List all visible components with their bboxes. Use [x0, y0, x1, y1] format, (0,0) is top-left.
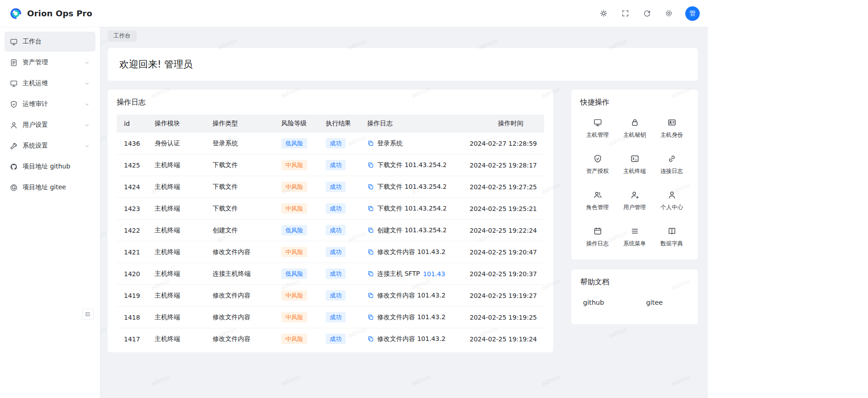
quick-action[interactable]: 主机秘钥 [617, 118, 652, 139]
chevron-down-icon [84, 81, 90, 86]
cell-type: 连接主机终端 [207, 263, 276, 285]
sidebar-collapse-button[interactable] [82, 309, 94, 320]
log-table-body: 1436身份认证登录系统低风险成功登录系统2024-02-27 12:28:59… [117, 133, 544, 350]
sidebar-item-host-ops[interactable]: 主机运维 [5, 73, 95, 93]
result-badge: 成功 [326, 269, 346, 279]
sidebar-item-system-settings[interactable]: 系统设置 [5, 136, 95, 156]
copy-icon[interactable] [367, 292, 374, 299]
quick-action[interactable]: 主机身份 [655, 118, 689, 139]
result-badge: 成功 [326, 290, 346, 301]
cell-id: 1424 [117, 176, 149, 198]
cell-time: 2024-02-25 19:20:37 [451, 263, 544, 285]
cell-time: 2024-02-25 19:19:25 [451, 307, 544, 328]
chevron-down-icon [84, 122, 90, 128]
risk-badge: 低风险 [281, 269, 307, 279]
log-text: 修改文件内容 101.43.254.243 ... [377, 248, 446, 256]
sidebar-item-label: 项目地址 gitee [23, 183, 66, 192]
doc-icon [10, 59, 18, 67]
cell-time: 2024-02-25 19:28:17 [451, 154, 544, 176]
copy-icon[interactable] [367, 227, 374, 234]
settings-button[interactable] [661, 6, 676, 21]
shield-icon [593, 154, 602, 163]
app-body: 工作台资产管理主机运维运维审计用户设置系统设置项目地址 github项目地址 g… [0, 27, 708, 398]
quick-action[interactable]: 用户管理 [617, 191, 652, 211]
columns: 操作日志 id操作模块操作类型风险等级执行结果操作日志操作时间 1436身份认证… [108, 90, 698, 352]
quick-action[interactable]: 主机管理 [580, 118, 615, 139]
tabs-bar: 工作台 [100, 27, 708, 44]
copy-icon[interactable] [367, 270, 374, 277]
result-badge: 成功 [326, 334, 346, 344]
cell-id: 1420 [117, 263, 149, 285]
copy-icon[interactable] [367, 249, 374, 255]
cell-module: 主机终端 [149, 176, 207, 198]
table-row: 1425主机终端下载文件中风险成功下载文件 101.43.254.243 /ro… [117, 154, 544, 176]
quick-action[interactable]: 角色管理 [580, 191, 615, 211]
quick-action[interactable]: 个人中心 [655, 191, 689, 211]
sidebar-item-label: 工作台 [23, 38, 42, 46]
log-text: 修改文件内容 101.43.254.243 ... [377, 335, 446, 343]
risk-badge: 中风险 [281, 312, 307, 322]
log-text: 下载文件 101.43.254.243 [377, 183, 446, 191]
cell-module: 主机终端 [149, 307, 207, 328]
sidebar-item-gitee[interactable]: 项目地址 gitee [5, 177, 95, 197]
quick-action[interactable]: 资产授权 [580, 154, 615, 175]
sidebar-item-label: 资产管理 [23, 58, 48, 67]
user-icon [10, 121, 18, 129]
log-text: 下载文件 101.43.254.243 [377, 161, 446, 169]
sidebar-item-assets[interactable]: 资产管理 [5, 53, 95, 72]
sidebar-menu: 工作台资产管理主机运维运维审计用户设置系统设置项目地址 github项目地址 g… [5, 32, 95, 197]
wrench-icon [10, 142, 18, 150]
copy-icon[interactable] [367, 336, 374, 342]
avatar[interactable]: 管 [685, 6, 700, 21]
copy-icon[interactable] [367, 205, 374, 212]
chevron-down-icon [84, 101, 90, 107]
help-link-github[interactable]: github [583, 299, 604, 306]
quick-action[interactable]: 操作日志 [580, 227, 615, 248]
sidebar-item-audit[interactable]: 运维审计 [5, 94, 95, 114]
cell-module: 主机终端 [149, 328, 207, 350]
copy-icon[interactable] [367, 140, 374, 147]
operation-log-table: id操作模块操作类型风险等级执行结果操作日志操作时间 1436身份认证登录系统低… [117, 115, 544, 350]
quick-action[interactable]: 数据字典 [655, 227, 689, 248]
sidebar-item-label: 项目地址 github [23, 163, 70, 171]
brand: Orion Ops Pro [9, 7, 92, 20]
sidebar-item-label: 系统设置 [23, 142, 48, 150]
quick-action[interactable]: 系统菜单 [617, 227, 652, 248]
result-badge: 成功 [326, 312, 346, 322]
quick-action-label: 操作日志 [586, 240, 609, 248]
table-row: 1418主机终端修改文件内容中风险成功修改文件内容 101.43.254.243… [117, 307, 544, 328]
fullscreen-button[interactable] [617, 6, 633, 21]
log-link[interactable]: 101.43.254.243 [423, 270, 446, 278]
result-badge: 成功 [326, 247, 346, 257]
useradd-icon [631, 191, 639, 199]
log-text: 修改文件内容 101.43.254.243 ... [377, 292, 446, 300]
sidebar-item-workbench[interactable]: 工作台 [5, 32, 95, 52]
tab-workbench[interactable]: 工作台 [108, 30, 137, 42]
idcard-icon [668, 118, 676, 127]
watermark-text: admin [280, 374, 301, 388]
operation-log-card: 操作日志 id操作模块操作类型风险等级执行结果操作日志操作时间 1436身份认证… [108, 90, 553, 352]
sidebar-item-user-settings[interactable]: 用户设置 [5, 115, 95, 135]
copy-icon[interactable] [367, 183, 374, 190]
log-text: 修改文件内容 101.43.254.243 ... [377, 313, 446, 321]
risk-badge: 中风险 [281, 182, 307, 192]
sidebar: 工作台资产管理主机运维运维审计用户设置系统设置项目地址 github项目地址 g… [0, 27, 100, 398]
quick-action[interactable]: 主机终端 [617, 154, 652, 175]
theme-toggle-button[interactable] [596, 6, 611, 21]
copy-icon[interactable] [367, 314, 374, 321]
table-row: 1423主机终端下载文件中风险成功下载文件 101.43.254.243 /ro… [117, 198, 544, 220]
sidebar-item-github[interactable]: 项目地址 github [5, 157, 95, 177]
quick-action[interactable]: 连接日志 [655, 154, 689, 175]
table-row: 1422主机终端创建文件低风险成功创建文件 101.43.254.243 /ro… [117, 220, 544, 241]
cell-module: 主机终端 [149, 198, 207, 220]
cell-id: 1418 [117, 307, 149, 328]
cell-type: 创建文件 [207, 220, 276, 241]
shield-icon [10, 101, 18, 108]
quick-action-label: 角色管理 [586, 204, 609, 211]
copy-icon[interactable] [367, 162, 374, 168]
help-link-gitee[interactable]: gitee [646, 299, 663, 306]
refresh-button[interactable] [639, 6, 655, 21]
cell-time: 2024-02-25 19:25:21 [451, 198, 544, 220]
result-badge: 成功 [326, 225, 346, 235]
result-badge: 成功 [326, 138, 346, 149]
